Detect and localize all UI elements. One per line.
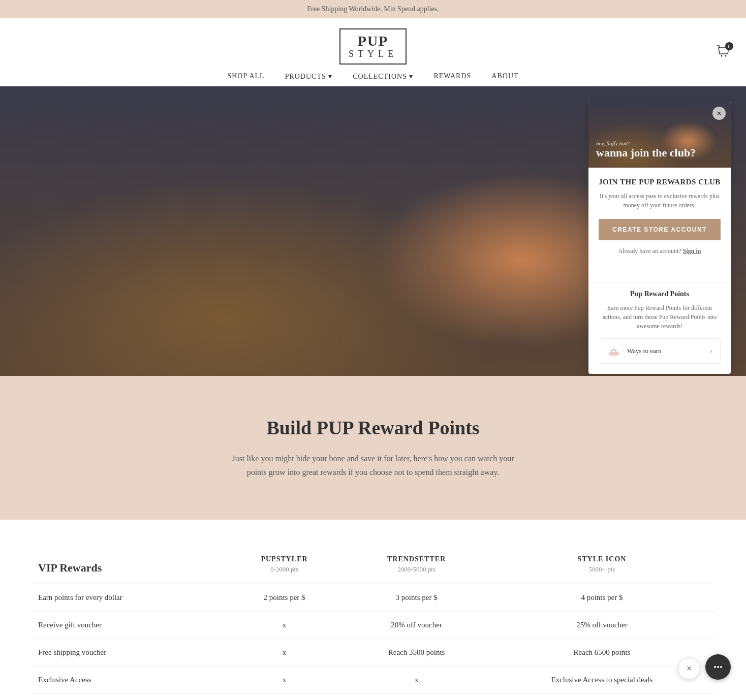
vip-table: VIP Rewards PUPSTYLER 0-2000 pts TRENDSE… (30, 550, 716, 694)
header-right: 0 (717, 45, 731, 59)
products-dropdown-arrow: ▾ (328, 73, 332, 80)
ways-to-earn-label: Ways to earn (627, 347, 662, 355)
vip-row-3-tier-1: x (345, 666, 488, 693)
vip-row-0-tier-2: 4 points per $ (488, 584, 716, 611)
nav-about[interactable]: ABOUT (491, 72, 518, 80)
tier-trendsetter-header: TRENDSETTER 2000-5000 pts (345, 550, 488, 584)
vip-table-row: Free shipping voucherxReach 3500 pointsR… (30, 639, 716, 666)
vip-row-1-tier-0: x (224, 611, 345, 639)
popup-image: × hey, fluffy butt! wanna join the club? (588, 102, 731, 168)
earn-icon (607, 344, 621, 358)
cart-badge: 0 (725, 42, 733, 50)
logo-box: PUP STYLE (339, 28, 407, 65)
vip-row-0-tier-0: 2 points per $ (224, 584, 345, 611)
already-account-text: Already have an account? Sign in (599, 247, 721, 255)
banner-text: Free Shipping Worldwide. Min Spend appli… (307, 5, 439, 13)
vip-row-label: Receive gift voucher (30, 611, 224, 639)
popup-divider (588, 282, 731, 282)
vip-section: VIP Rewards PUPSTYLER 0-2000 pts TRENDSE… (0, 520, 746, 700)
logo[interactable]: PUP STYLE (339, 28, 407, 65)
vip-row-label: Free shipping voucher (30, 639, 224, 666)
main-nav: SHOP ALL PRODUCTS ▾ COLLECTIONS ▾ REWARD… (227, 72, 518, 81)
hero-section: × hey, fluffy butt! wanna join the club?… (0, 86, 746, 376)
vip-row-0-tier-1: 3 points per $ (345, 584, 488, 611)
popup-title: JOIN THE PUP REWARDS CLUB (599, 178, 721, 186)
nav-rewards[interactable]: REWARDS (433, 72, 471, 80)
floating-chat-button[interactable] (705, 654, 731, 680)
vip-row-1-tier-2: 25% off voucher (488, 611, 716, 639)
vip-row-2-tier-1: Reach 3500 points (345, 639, 488, 666)
svg-point-3 (714, 666, 716, 668)
popup-hey-small: hey, fluffy butt! (596, 140, 696, 146)
reward-points-description: Earn more Pup Reward Points for differen… (599, 303, 721, 331)
build-section: Build PUP Reward Points Just like you mi… (0, 376, 746, 520)
popup-close-button[interactable]: × (712, 107, 726, 120)
reward-points-title: Pup Reward Points (599, 290, 721, 298)
nav-collections[interactable]: COLLECTIONS ▾ (353, 72, 413, 81)
rewards-popup: × hey, fluffy butt! wanna join the club?… (588, 102, 731, 374)
build-title: Build PUP Reward Points (20, 417, 726, 439)
nav-products[interactable]: PRODUCTS ▾ (285, 72, 333, 81)
ways-to-earn-row[interactable]: Ways to earn › (599, 338, 721, 364)
top-banner: Free Shipping Worldwide. Min Spend appli… (0, 0, 746, 18)
popup-hey-big: wanna join the club? (596, 146, 696, 160)
vip-row-1-tier-1: 20% off voucher (345, 611, 488, 639)
vip-table-title-header: VIP Rewards (30, 550, 224, 584)
reward-points-section: Pup Reward Points Earn more Pup Reward P… (588, 290, 731, 374)
vip-table-row: Receive gift voucherx20% off voucher25% … (30, 611, 716, 639)
tier-style-icon-header: STYLE ICON 5000+ pts (488, 550, 716, 584)
svg-point-5 (720, 666, 722, 668)
vip-row-label: Earn points for every dollar (30, 584, 224, 611)
vip-table-row: Exclusive AccessxxExclusive Access to sp… (30, 666, 716, 693)
svg-point-4 (717, 666, 719, 668)
popup-description: It's your all access pass to exclusive r… (599, 192, 721, 210)
tier-pupstyler-header: PUPSTYLER 0-2000 pts (224, 550, 345, 584)
create-account-button[interactable]: CREATE STORE ACCOUNT (599, 219, 721, 240)
popup-image-text: hey, fluffy butt! wanna join the club? (596, 140, 696, 160)
svg-point-0 (721, 55, 723, 57)
nav-shop-all[interactable]: SHOP ALL (227, 72, 264, 80)
ways-to-earn-chevron: › (710, 346, 712, 356)
header: PUP STYLE SHOP ALL PRODUCTS ▾ COLLECTION… (0, 18, 746, 86)
sign-in-link[interactable]: Sign in (683, 247, 701, 254)
logo-pup: PUP (358, 34, 388, 49)
popup-body: JOIN THE PUP REWARDS CLUB It's your all … (588, 168, 731, 274)
vip-row-2-tier-0: x (224, 639, 345, 666)
svg-rect-2 (609, 352, 619, 356)
cart-icon[interactable]: 0 (717, 45, 731, 59)
floating-close-button[interactable]: × (678, 657, 700, 680)
vip-row-label: Exclusive Access (30, 666, 224, 693)
build-description: Just like you might hide your bone and s… (231, 452, 515, 479)
logo-style: STYLE (349, 49, 397, 59)
vip-row-3-tier-0: x (224, 666, 345, 693)
collections-dropdown-arrow: ▾ (409, 73, 413, 80)
vip-table-row: Earn points for every dollar2 points per… (30, 584, 716, 611)
ways-to-earn-left: Ways to earn (607, 344, 662, 358)
svg-point-1 (725, 55, 727, 57)
